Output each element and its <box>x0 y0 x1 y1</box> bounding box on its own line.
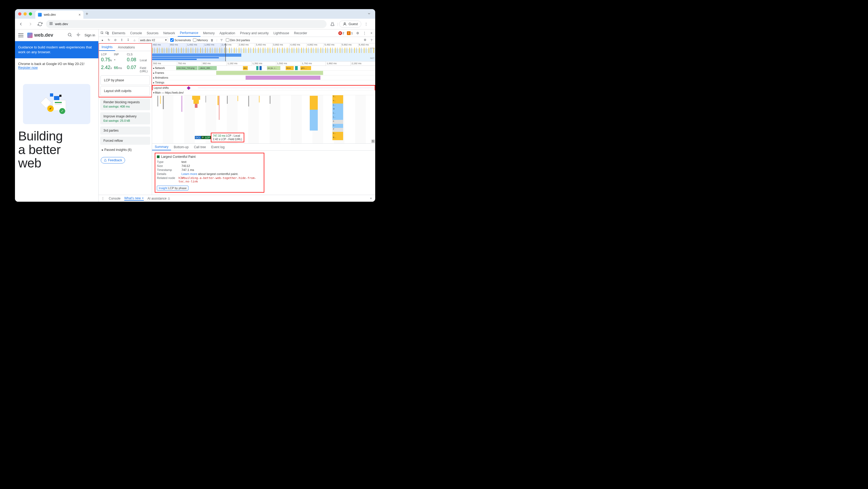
labs-icon[interactable] <box>329 20 336 28</box>
dcl-tag[interactable]: DCL <box>195 136 201 139</box>
device-toggle-icon[interactable] <box>105 31 109 35</box>
flame-frame[interactable]: (... <box>333 124 343 128</box>
network-item[interactable]: dev <box>243 66 248 70</box>
screenshots-checkbox[interactable]: Screenshots <box>170 38 191 42</box>
new-tab-button[interactable]: + <box>86 11 89 17</box>
browser-tab[interactable]: web.dev × <box>35 11 83 19</box>
flame-frame[interactable]: T... <box>333 95 343 99</box>
tab-performance[interactable]: Performance <box>178 29 200 37</box>
clear-icon[interactable]: ⊘ <box>113 38 117 42</box>
flame-frame[interactable]: s... <box>333 132 343 136</box>
minimize-window-button[interactable] <box>24 12 27 16</box>
insight-chip[interactable]: Insight LCP by phase <box>157 185 188 191</box>
more-icon[interactable]: ⋮ <box>362 31 367 35</box>
network-item[interactable] <box>259 66 261 70</box>
tab-recorder[interactable]: Recorder <box>292 29 309 37</box>
related-node-link[interactable]: h3#building-a-better-web-together.hide-f… <box>179 176 262 183</box>
maximize-window-button[interactable] <box>29 12 32 16</box>
tab-elements[interactable]: Elements <box>110 29 127 37</box>
learn-more-link[interactable]: Learn more <box>182 172 197 175</box>
upload-icon[interactable]: ↥ <box>120 38 124 42</box>
perf-settings-icon[interactable]: ⚙ <box>363 38 367 42</box>
flame-frame[interactable]: E... <box>333 136 343 140</box>
home-icon[interactable]: ⌂ <box>132 38 136 42</box>
network-item[interactable]: gtm.... <box>300 66 311 70</box>
gc-icon[interactable]: 🗑 <box>210 38 214 42</box>
main-track-header[interactable]: ▾ Main — https://web.dev/ <box>152 90 375 95</box>
lcp-tag[interactable]: LCP <box>205 136 211 139</box>
io-register-link[interactable]: Register now <box>18 66 38 69</box>
details-tab-calltree[interactable]: Call tree <box>191 144 209 150</box>
webdev-logo[interactable]: web.dev <box>27 32 53 38</box>
dim-checkbox[interactable]: Dim 3rd parties <box>226 38 250 42</box>
close-devtools-icon[interactable]: × <box>369 31 374 35</box>
guest-profile-button[interactable]: Guest <box>339 21 361 28</box>
error-count[interactable]: ✕2 <box>338 31 344 35</box>
network-track[interactable]: ▸ Network ome-blue_720.png ...ature_480.… <box>152 66 375 70</box>
network-item[interactable]: ome-blue_720.png <box>176 66 197 70</box>
tab-lighthouse[interactable]: Lighthouse <box>271 29 291 37</box>
browser-menu-button[interactable]: ⋮ <box>362 20 370 28</box>
tab-network[interactable]: Network <box>161 29 177 37</box>
close-drawer-icon[interactable]: × <box>369 196 373 201</box>
tab-console[interactable]: Console <box>128 29 144 37</box>
sign-in-link[interactable]: Sign in <box>85 33 95 37</box>
tab-application[interactable]: Application <box>217 29 237 37</box>
menu-button[interactable] <box>18 33 24 37</box>
p-tag[interactable]: P <box>201 136 205 139</box>
frames-track[interactable]: ▸ Frames <box>152 70 375 76</box>
reload-record-icon[interactable]: ↻ <box>106 38 111 42</box>
flame-frame[interactable]: (... <box>333 104 343 108</box>
details-tab-summary[interactable]: Summary <box>152 144 171 150</box>
tabs-dropdown[interactable] <box>367 12 373 16</box>
close-icon[interactable]: × <box>142 196 144 200</box>
animations-track[interactable]: ▸ Animations <box>152 76 375 80</box>
insight-layout-shift[interactable]: Layout shift culprits <box>100 86 150 96</box>
flame-frame[interactable]: Iz <box>333 108 343 112</box>
url-bar[interactable]: web.dev <box>46 20 327 28</box>
network-item[interactable] <box>295 66 298 70</box>
site-settings-icon[interactable] <box>49 22 53 26</box>
warning-count[interactable]: !1 <box>347 31 353 35</box>
details-tab-bottomup[interactable]: Bottom-up <box>171 144 191 150</box>
close-tab-button[interactable]: × <box>79 12 81 17</box>
search-icon[interactable] <box>67 32 72 38</box>
insight-image-delivery[interactable]: Improve image delivery Est savings: 25.0… <box>100 112 150 124</box>
flame-frame[interactable]: x... <box>333 99 343 103</box>
flame-frame[interactable]: c <box>333 120 343 124</box>
flame-frame[interactable]: (... <box>333 116 343 120</box>
insight-render-blocking[interactable]: Render blocking requests Est savings: 40… <box>100 98 150 110</box>
network-item[interactable]: ...ature_480... <box>198 66 217 70</box>
details-tab-eventlog[interactable]: Event log <box>209 144 227 150</box>
tab-memory[interactable]: Memory <box>201 29 217 37</box>
inspect-icon[interactable] <box>100 31 104 35</box>
drawer-ai[interactable]: AI assistance <box>148 197 170 200</box>
settings-icon[interactable]: ⚙ <box>355 31 360 35</box>
tab-sources[interactable]: Sources <box>145 29 161 37</box>
theme-icon[interactable] <box>76 32 81 38</box>
flame-frame[interactable]: F <box>333 128 343 132</box>
network-item[interactable]: devs <box>286 66 294 70</box>
download-icon[interactable]: ↧ <box>126 38 130 42</box>
insight-lcp-phase[interactable]: LCP by phase <box>100 76 150 85</box>
insights-tab-insights[interactable]: Insights <box>99 44 115 51</box>
drawer-console[interactable]: Console <box>109 197 121 200</box>
insight-3rd-parties[interactable]: 3rd parties <box>100 126 150 135</box>
network-item[interactable]: ne (w...r... <box>267 66 280 70</box>
layout-shifts-track[interactable]: Layout shifts <box>152 85 375 90</box>
flame-frame[interactable]: (... <box>333 112 343 116</box>
memory-checkbox[interactable]: Memory <box>193 38 208 42</box>
forward-button[interactable] <box>27 20 34 28</box>
reload-button[interactable] <box>36 20 44 28</box>
record-icon[interactable]: ● <box>100 38 104 42</box>
network-item[interactable] <box>256 66 258 70</box>
help-icon[interactable]: ? <box>369 38 374 42</box>
feedback-button[interactable]: Feedback <box>101 157 125 164</box>
close-window-button[interactable] <box>18 12 21 16</box>
trace-selector[interactable]: web.dev #2▾ <box>139 38 168 42</box>
drawer-menu-icon[interactable]: ⋮ <box>101 196 105 201</box>
back-button[interactable] <box>17 20 25 28</box>
flame-chart[interactable]: T... x... (... Iz (... (... c (... F s..… <box>152 95 375 144</box>
passed-insights[interactable]: ▸ Passed insights (6) <box>99 146 152 154</box>
tab-privacy[interactable]: Privacy and security <box>238 29 271 37</box>
